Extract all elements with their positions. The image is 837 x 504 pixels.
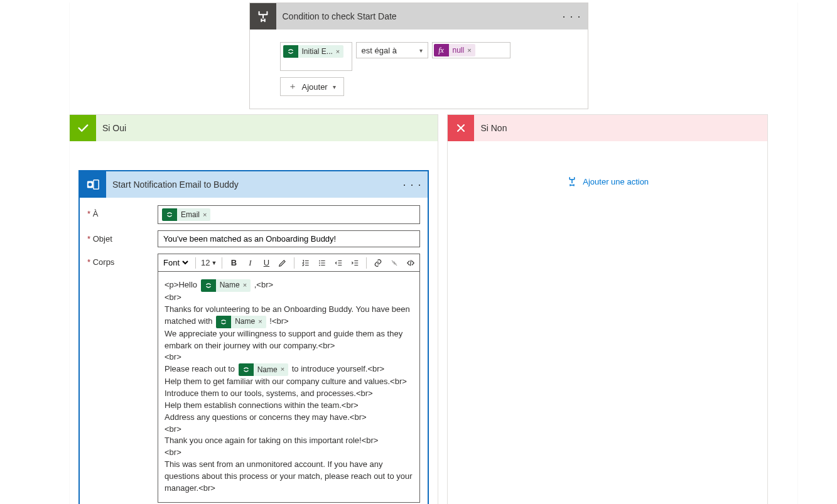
expression-chip[interactable]: fx null × <box>434 44 475 56</box>
token-chip[interactable]: Name × <box>201 279 251 292</box>
chevron-down-icon: ▾ <box>333 83 336 90</box>
token-label: Name <box>235 316 255 327</box>
body-text: This was sent from an unmonitored accoun… <box>165 459 413 495</box>
add-action-label: Ajouter une action <box>583 177 649 186</box>
highlight-button[interactable] <box>276 257 289 269</box>
to-field[interactable]: Email × <box>158 205 420 224</box>
body-text: <p>Hello <box>165 280 200 289</box>
add-action-icon <box>566 176 578 187</box>
svg-point-3 <box>319 260 320 261</box>
condition-right-operand[interactable]: fx null × <box>432 42 510 58</box>
code-view-button[interactable] <box>404 257 417 269</box>
dataverse-icon <box>239 363 254 376</box>
subject-field[interactable] <box>158 230 420 247</box>
action-title: Start Notification Email to Buddy <box>112 180 239 190</box>
body-text: Thank you once again for taking on this … <box>165 435 413 447</box>
condition-card: Condition to check Start Date · · · Init… <box>249 3 588 109</box>
italic-button[interactable]: I <box>244 257 256 269</box>
body-text: Address any questions or concerns they m… <box>165 412 413 424</box>
expression-label: null <box>453 46 465 55</box>
check-icon <box>70 115 96 141</box>
if-no-branch: Si Non Ajouter une action <box>447 114 768 504</box>
to-label: * À <box>87 205 158 218</box>
body-text: <br> <box>165 447 413 459</box>
font-size-select[interactable]: 12 ▼ <box>201 258 217 267</box>
if-yes-branch: Si Oui Start Notification Email to Buddy… <box>69 114 438 504</box>
dataverse-icon <box>162 208 177 221</box>
if-no-label: Si Non <box>480 123 507 133</box>
body-text: Help them to get familiar with our compa… <box>165 376 413 388</box>
remove-token-icon[interactable]: × <box>243 281 247 291</box>
body-label: * Corps <box>87 254 158 267</box>
body-editor[interactable]: <p>Hello Name × ,<br> <br> <box>158 271 420 503</box>
body-text: ,<br> <box>254 280 273 289</box>
body-text: to introduce yourself.<br> <box>292 365 384 374</box>
token-label: Initial E... <box>302 47 333 56</box>
condition-body: Initial E... × est égal à ▾ fx null × ＋ <box>250 29 588 109</box>
remove-token-icon[interactable]: × <box>467 46 471 54</box>
chevron-down-icon: ▾ <box>419 47 423 54</box>
increase-indent-button[interactable] <box>348 257 361 269</box>
body-text: <br> <box>165 292 413 304</box>
remove-token-icon[interactable]: × <box>258 317 262 327</box>
body-text: Please reach out to <box>165 365 237 374</box>
separator <box>797 3 798 504</box>
condition-left-operand[interactable]: Initial E... × <box>280 42 352 71</box>
svg-point-4 <box>319 262 320 264</box>
token-label: Name <box>220 280 240 291</box>
add-action-link[interactable]: Ajouter une action <box>456 150 759 213</box>
separator <box>69 3 70 504</box>
action-header[interactable]: Start Notification Email to Buddy · · · <box>80 171 428 198</box>
condition-title: Condition to check Start Date <box>283 11 397 21</box>
underline-button[interactable]: U <box>260 257 273 269</box>
add-condition-button[interactable]: ＋ Ajouter ▾ <box>280 77 344 96</box>
plus-icon: ＋ <box>288 81 297 92</box>
decrease-indent-button[interactable] <box>332 257 345 269</box>
bold-button[interactable]: B <box>227 257 240 269</box>
if-yes-header[interactable]: Si Oui <box>70 115 438 141</box>
condition-operator-select[interactable]: est égal à ▾ <box>356 42 428 58</box>
more-icon[interactable]: · · · <box>402 178 421 191</box>
body-text: We appreciate your willingness to suppor… <box>165 328 413 352</box>
operator-label: est égal à <box>362 46 397 55</box>
numbered-list-button[interactable] <box>300 257 312 269</box>
dataverse-icon <box>201 279 216 292</box>
dataverse-icon <box>216 316 231 328</box>
link-button[interactable] <box>372 257 384 269</box>
bulleted-list-button[interactable] <box>316 257 328 269</box>
rich-text-toolbar: Font 12 ▼ B I U <box>158 254 420 271</box>
token-chip[interactable]: Name × <box>216 316 266 328</box>
dataverse-icon <box>283 45 298 58</box>
fx-icon: fx <box>434 44 449 56</box>
token-label: Email <box>181 210 200 219</box>
svg-point-2 <box>89 183 92 186</box>
condition-header[interactable]: Condition to check Start Date · · · <box>250 3 588 29</box>
remove-token-icon[interactable]: × <box>203 211 207 218</box>
if-no-header[interactable]: Si Non <box>448 115 767 141</box>
body-text: <br> <box>165 424 413 436</box>
action-card: Start Notification Email to Buddy · · · … <box>78 170 429 504</box>
close-icon <box>448 115 474 141</box>
subject-label: * Objet <box>87 230 158 244</box>
more-icon[interactable]: · · · <box>562 10 581 23</box>
token-chip[interactable]: Name × <box>239 363 288 376</box>
unlink-button[interactable] <box>388 257 401 269</box>
remove-token-icon[interactable]: × <box>336 48 340 55</box>
condition-icon <box>250 3 276 29</box>
token-chip[interactable]: Initial E... × <box>283 45 344 58</box>
remove-token-icon[interactable]: × <box>281 365 284 375</box>
body-text: !<br> <box>269 316 288 326</box>
body-text: Help them establish connections within t… <box>165 400 413 412</box>
body-text: Introduce them to our tools, systems, an… <box>165 388 413 400</box>
token-label: Name <box>257 365 278 375</box>
body-text: <br> <box>165 351 413 363</box>
svg-point-5 <box>319 264 320 265</box>
outlook-icon <box>80 171 106 198</box>
if-yes-label: Si Oui <box>102 123 126 133</box>
token-chip[interactable]: Email × <box>162 208 210 221</box>
add-label: Ajouter <box>302 82 328 92</box>
font-select[interactable]: Font <box>161 257 190 268</box>
svg-rect-1 <box>94 180 99 190</box>
